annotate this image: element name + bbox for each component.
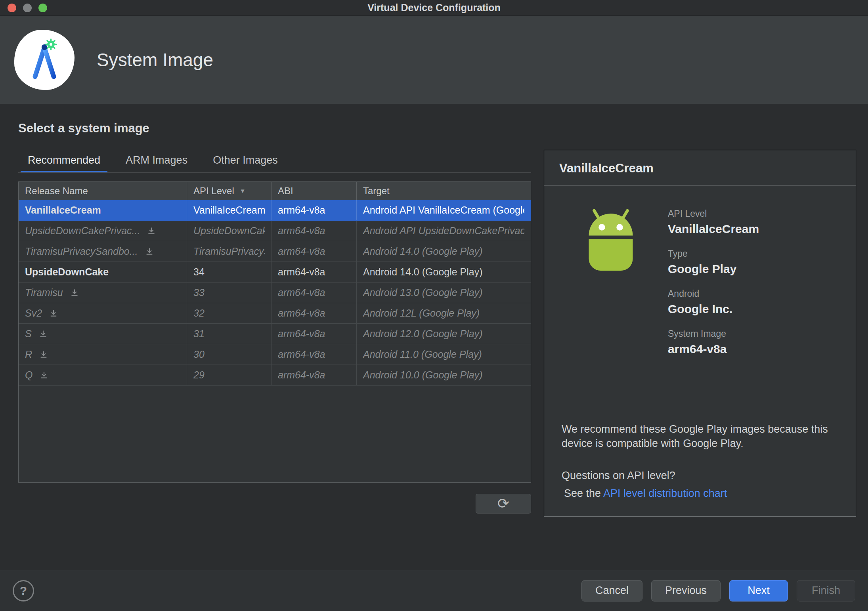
link-prefix: See the — [564, 487, 601, 499]
abi-cell: arm64-v8a — [271, 344, 357, 365]
detail-panel: VanillaIceCream API Leve — [544, 150, 856, 517]
table-row[interactable]: UpsideDownCakePrivac... UpsideDownCakePr… — [19, 221, 531, 241]
tab-bar: RecommendedARM ImagesOther Images — [18, 150, 531, 173]
api-distribution-link[interactable]: API level distribution chart — [603, 487, 727, 499]
table-row[interactable]: Sv2 32 arm64-v8a Android 12L (Google Pla… — [19, 303, 531, 324]
tab-arm-images[interactable]: ARM Images — [119, 150, 195, 172]
api-level-cell: 33 — [187, 283, 271, 303]
target-cell: Android 14.0 (Google Play) — [357, 241, 531, 262]
next-button[interactable]: Next — [729, 580, 788, 601]
field-label: Android — [668, 288, 759, 299]
tab-recommended[interactable]: Recommended — [21, 150, 107, 172]
abi-cell: arm64-v8a — [271, 303, 357, 323]
tab-other-images[interactable]: Other Images — [206, 150, 285, 172]
detail-title: VanillaIceCream — [544, 150, 856, 185]
release-name: TiramisuPrivacySandbo... — [25, 246, 138, 257]
system-image-table-body: VanillaIceCream VanillaIceCream arm64-v8… — [19, 200, 531, 386]
column-header-abi[interactable]: ABI — [271, 182, 357, 200]
field-system-image: System Image arm64-v8a — [668, 328, 759, 356]
table-row[interactable]: Tiramisu 33 arm64-v8a Android 13.0 (Goog… — [19, 283, 531, 303]
target-cell: Android 11.0 (Google Play) — [357, 344, 531, 365]
field-api-level: API Level VanillaIceCream — [668, 208, 759, 236]
release-name-cell: TiramisuPrivacySandbo... — [19, 241, 187, 262]
table-row[interactable]: S 31 arm64-v8a Android 12.0 (Google Play… — [19, 324, 531, 344]
field-label: API Level — [668, 208, 759, 219]
detail-fields: API Level VanillaIceCream Type Google Pl… — [668, 208, 759, 369]
close-button[interactable] — [8, 4, 16, 12]
minimize-button[interactable] — [23, 4, 32, 12]
traffic-lights — [0, 4, 47, 12]
release-name: VanillaIceCream — [25, 204, 101, 216]
abi-cell: arm64-v8a — [271, 365, 357, 385]
column-header-release-name[interactable]: Release Name — [19, 182, 187, 200]
column-header-api-level[interactable]: API Level ▼ — [187, 182, 271, 200]
abi-cell: arm64-v8a — [271, 241, 357, 262]
release-name: Q — [25, 369, 33, 381]
api-question-text: Questions on API level? — [562, 470, 838, 482]
release-name-cell: UpsideDownCakePrivac... — [19, 221, 187, 241]
download-icon[interactable] — [39, 330, 48, 338]
release-name-cell: Q — [19, 365, 187, 385]
table-row[interactable]: R 30 arm64-v8a Android 11.0 (Google Play… — [19, 344, 531, 365]
help-icon: ? — [20, 584, 27, 598]
help-button[interactable]: ? — [13, 580, 34, 601]
field-value: arm64-v8a — [668, 342, 759, 356]
api-level-cell: 34 — [187, 262, 271, 282]
content-area: Select a system image RecommendedARM Ima… — [0, 104, 868, 517]
target-cell: Android 13.0 (Google Play) — [357, 283, 531, 303]
abi-cell: arm64-v8a — [271, 324, 357, 344]
download-icon[interactable] — [40, 371, 48, 380]
window-titlebar: Virtual Device Configuration — [0, 0, 868, 16]
system-image-table: Release Name API Level ▼ ABI Target Vani… — [18, 181, 531, 483]
cancel-button[interactable]: Cancel — [581, 580, 642, 601]
sort-arrow-icon: ▼ — [240, 187, 246, 194]
table-column: RecommendedARM ImagesOther Images Releas… — [18, 150, 531, 514]
release-name: Sv2 — [25, 307, 42, 319]
download-icon[interactable] — [70, 288, 79, 297]
see-the-line: See the API level distribution chart — [562, 487, 838, 500]
target-cell: Android API UpsideDownCakePrivacySandbox — [357, 221, 531, 241]
api-level-cell: 29 — [187, 365, 271, 385]
api-level-cell: 31 — [187, 324, 271, 344]
field-value: Google Play — [668, 262, 759, 276]
section-heading: Select a system image — [18, 121, 856, 136]
footer-buttons: CancelPreviousNextFinish — [581, 580, 855, 601]
field-label: System Image — [668, 328, 759, 339]
release-name-cell: Sv2 — [19, 303, 187, 323]
recommendation-text: We recommend these Google Play images be… — [562, 422, 838, 451]
api-level-cell: UpsideDownCakePrivacySandbox — [187, 221, 271, 241]
previous-button[interactable]: Previous — [651, 580, 721, 601]
field-value: Google Inc. — [668, 302, 759, 316]
android-robot-icon — [575, 208, 646, 369]
download-icon[interactable] — [49, 309, 58, 318]
abi-cell: arm64-v8a — [271, 200, 357, 220]
release-name: S — [25, 328, 32, 340]
android-studio-logo-icon — [14, 30, 75, 90]
table-row[interactable]: VanillaIceCream VanillaIceCream arm64-v8… — [19, 200, 531, 221]
table-row[interactable]: TiramisuPrivacySandbo... TiramisuPrivacy… — [19, 241, 531, 262]
release-name-cell: UpsideDownCake — [19, 262, 187, 282]
field-label: Type — [668, 248, 759, 259]
download-icon[interactable] — [147, 227, 156, 235]
page-title: System Image — [97, 49, 213, 71]
api-level-cell: 32 — [187, 303, 271, 323]
compass-icon — [21, 36, 68, 83]
download-icon[interactable] — [39, 350, 48, 359]
abi-cell: arm64-v8a — [271, 221, 357, 241]
release-name: R — [25, 349, 32, 360]
table-row[interactable]: UpsideDownCake 34 arm64-v8a Android 14.0… — [19, 262, 531, 283]
column-header-target[interactable]: Target — [357, 182, 531, 200]
field-type: Type Google Play — [668, 248, 759, 276]
target-cell: Android 12.0 (Google Play) — [357, 324, 531, 344]
download-icon[interactable] — [145, 247, 154, 256]
release-name-cell: R — [19, 344, 187, 365]
zoom-button[interactable] — [38, 4, 47, 12]
dialog-footer: ? CancelPreviousNextFinish — [0, 570, 868, 611]
release-name-cell: S — [19, 324, 187, 344]
finish-button[interactable]: Finish — [797, 580, 855, 601]
field-value: VanillaIceCream — [668, 222, 759, 236]
target-cell: Android 10.0 (Google Play) — [357, 365, 531, 385]
refresh-button[interactable]: ⟳ — [476, 494, 531, 514]
table-row[interactable]: Q 29 arm64-v8a Android 10.0 (Google Play… — [19, 365, 531, 386]
table-header-row: Release Name API Level ▼ ABI Target — [19, 182, 531, 200]
